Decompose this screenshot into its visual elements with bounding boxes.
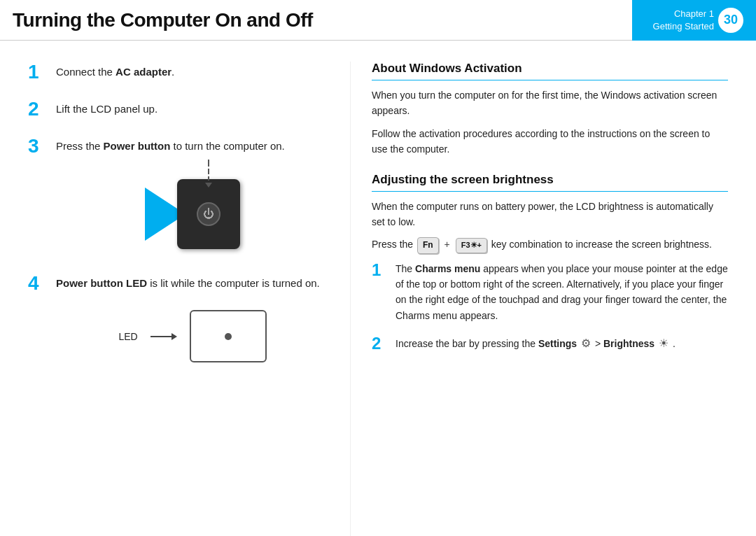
step-1-bold: AC adapter xyxy=(115,66,172,78)
windows-activation-para2: Follow the activation procedures accordi… xyxy=(372,126,728,157)
step-4-bold: Power button LED xyxy=(56,277,147,289)
step-4: 4 Power button LED is lit while the comp… xyxy=(28,273,329,295)
power-device-image xyxy=(177,179,240,249)
step-3-number: 3 xyxy=(28,136,46,157)
step-2-text: Lift the LCD panel up. xyxy=(56,99,158,118)
led-box xyxy=(190,310,267,362)
chapter-badge: Chapter 1 Getting Started 30 xyxy=(632,0,756,41)
power-illustration xyxy=(56,172,329,256)
charms-menu-bold: Charms menu xyxy=(415,263,480,274)
brightness-bold: Brightness xyxy=(603,338,654,349)
power-button-icon xyxy=(197,202,220,226)
fn-key-badge: Fn xyxy=(417,237,439,253)
page-header: Turning the Computer On and Off Chapter … xyxy=(0,0,756,41)
step-1-text: Connect the AC adapter. xyxy=(56,62,174,80)
windows-activation-para1: When you turn the computer on for the fi… xyxy=(372,87,728,119)
led-arrow-icon xyxy=(150,333,177,340)
led-arrow-head xyxy=(172,333,177,340)
step-1-number: 1 xyxy=(28,62,46,83)
sub-step-2-number: 2 xyxy=(372,334,387,353)
brightness-icon: ☀ xyxy=(659,334,668,353)
page-title: Turning the Computer On and Off xyxy=(13,9,313,31)
windows-activation-section: About Windows Activation When you turn t… xyxy=(372,62,728,157)
screen-brightness-section: Adjusting the screen brightness When the… xyxy=(372,173,728,353)
screen-brightness-heading: Adjusting the screen brightness xyxy=(372,173,728,192)
windows-activation-heading: About Windows Activation xyxy=(372,62,728,80)
step-2: 2 Lift the LCD panel up. xyxy=(28,99,329,120)
sub-step-1-text: The Charms menu appears when you place y… xyxy=(396,261,728,324)
chapter-sub: Getting Started xyxy=(653,20,714,33)
step-4-text: Power button LED is lit while the comput… xyxy=(56,273,320,292)
settings-icon: ⚙ xyxy=(581,334,591,353)
step-4-number: 4 xyxy=(28,273,46,295)
step-3-text: Press the Power button to turn the compu… xyxy=(56,136,285,155)
led-dot xyxy=(225,333,232,340)
right-column: About Windows Activation When you turn t… xyxy=(350,62,756,536)
screen-brightness-para1: When the computer runs on battery power,… xyxy=(372,199,728,230)
main-content: 1 Connect the AC adapter. 2 Lift the LCD… xyxy=(0,41,756,536)
sub-step-2-text: Increase the bar by pressing the Setting… xyxy=(396,334,676,353)
sub-step-1: 1 The Charms menu appears when you place… xyxy=(372,261,728,324)
plus-sign: + xyxy=(444,239,450,250)
step-3: 3 Press the Power button to turn the com… xyxy=(28,136,329,157)
settings-bold: Settings xyxy=(538,338,577,349)
step-1: 1 Connect the AC adapter. xyxy=(28,62,329,83)
step-2-number: 2 xyxy=(28,99,46,120)
led-arrow-line xyxy=(150,336,172,337)
sub-step-1-number: 1 xyxy=(372,261,387,279)
key-combo-text: Press the Fn + F3☀+ key combination to i… xyxy=(372,237,728,253)
sub-step-2: 2 Increase the bar by pressing the Setti… xyxy=(372,334,728,353)
f3-key-badge: F3☀+ xyxy=(456,238,487,253)
page-number: 30 xyxy=(718,8,743,33)
led-illustration: LED xyxy=(56,310,329,362)
step-3-bold: Power button xyxy=(104,140,171,152)
led-label: LED xyxy=(118,331,137,342)
chapter-info: Chapter 1 Getting Started xyxy=(653,8,714,32)
left-column: 1 Connect the AC adapter. 2 Lift the LCD… xyxy=(0,62,350,536)
chapter-label: Chapter 1 xyxy=(653,8,714,20)
down-arrow-icon xyxy=(205,160,212,188)
